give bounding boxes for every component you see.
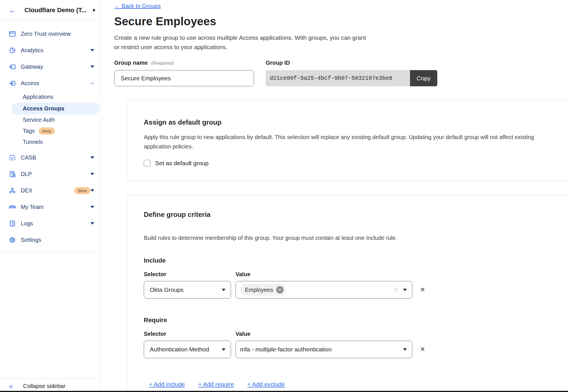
beta-badge: Beta: [74, 187, 90, 194]
logs-icon: [9, 220, 16, 227]
sidebar-item-my-team[interactable]: My Team: [0, 199, 101, 215]
sidebar-item-settings[interactable]: Settings: [0, 232, 101, 248]
sidebar-item-label: Logs: [21, 220, 90, 227]
remove-include-rule-icon[interactable]: ✕: [420, 286, 425, 294]
include-selector-dropdown[interactable]: Okta Groups: [144, 281, 231, 299]
sidebar-item-tags[interactable]: Tags Beta: [0, 125, 101, 137]
sidebar-item-logs[interactable]: Logs: [0, 215, 101, 232]
require-value-label: Value: [236, 331, 250, 337]
chevron-down-icon: [90, 156, 94, 159]
required-hint: (Required): [151, 60, 174, 66]
my-team-icon: [9, 203, 16, 211]
sidebar-item-tunnels[interactable]: Tunnels: [0, 137, 101, 148]
sidebar-item-zero-trust-overview[interactable]: Zero Trust overview: [0, 26, 101, 42]
window-icon: [9, 30, 16, 38]
set-default-group-checkbox-row[interactable]: Set as default group: [144, 160, 558, 167]
add-include-link[interactable]: + Add include: [149, 381, 185, 388]
sidebar-item-label: Tunnels: [23, 139, 43, 145]
gateway-icon: [9, 63, 16, 71]
sidebar-item-label: Gateway: [21, 64, 90, 70]
main-content: ← Back to Groups Secure Employees Create…: [101, 0, 568, 392]
sidebar-item-dex[interactable]: DEX Beta: [0, 182, 101, 199]
page-description: Create a new rule group to use across mu…: [114, 33, 568, 52]
selected-option: Okta Groups: [150, 286, 222, 293]
add-require-link[interactable]: + Add require: [198, 381, 234, 388]
sidebar-item-label: Access Groups: [23, 105, 65, 112]
require-heading: Require: [144, 316, 558, 324]
include-heading: Include: [144, 257, 558, 264]
sidebar-item-applications[interactable]: Applications: [0, 91, 101, 102]
require-rule-row: Authentication Method mfa - multiple-fac…: [144, 341, 558, 358]
back-arrow-icon[interactable]: ←: [9, 6, 16, 14]
chip-remove-icon[interactable]: ✕: [276, 286, 284, 294]
remove-require-rule-icon[interactable]: ✕: [420, 346, 425, 353]
beta-badge: Beta: [39, 127, 55, 135]
chevron-up-icon: [90, 82, 94, 84]
require-value-dropdown[interactable]: mfa - multiple-factor authentication: [236, 341, 412, 358]
account-header[interactable]: ← Cloudflare Demo (T...: [0, 0, 101, 20]
sidebar-nav: Zero Trust overview Analytics Gateway: [0, 20, 101, 252]
sidebar-item-label: Access: [21, 80, 90, 87]
checkbox-label: Set as default group: [155, 160, 209, 167]
chevron-down-icon: [403, 289, 407, 291]
sidebar-item-dlp[interactable]: DLP: [0, 166, 101, 182]
group-criteria-card: Define group criteria Build rules to det…: [127, 195, 568, 392]
sidebar-divider: [0, 252, 101, 252]
require-selector-dropdown[interactable]: Authentication Method: [144, 341, 231, 358]
account-title: Cloudflare Demo (T...: [24, 7, 93, 14]
sidebar-item-label: Applications: [23, 94, 53, 100]
sidebar-item-access-groups[interactable]: Access Groups: [11, 102, 100, 114]
pie-chart-icon: [9, 47, 16, 54]
chevron-down-icon: [403, 348, 407, 351]
checkbox[interactable]: [144, 160, 151, 167]
dlp-lock-doc-icon: [9, 170, 16, 178]
dex-network-icon: [9, 187, 16, 194]
default-group-card-title: Assign as default group: [144, 118, 558, 126]
chevron-down-icon: [90, 206, 94, 208]
add-exclude-link[interactable]: + Add exclude: [247, 381, 285, 388]
page-title: Secure Employees: [114, 15, 568, 28]
chevron-down-icon: [90, 222, 94, 225]
chevron-down-icon: [90, 66, 94, 68]
default-group-card: Assign as default group Apply this rule …: [127, 99, 568, 181]
include-value-label: Value: [236, 271, 250, 278]
selected-option: Authentication Method: [150, 346, 222, 353]
criteria-card-title: Define group criteria: [144, 211, 558, 219]
sidebar-item-label: DEX: [21, 187, 74, 194]
casb-icon: [9, 154, 16, 162]
gear-icon: [9, 236, 16, 244]
sidebar-item-label: Service Auth: [23, 117, 55, 123]
chip-label: Employees: [245, 287, 273, 293]
sidebar-item-label: DLP: [21, 171, 90, 177]
chevron-down-icon: [90, 49, 94, 51]
copy-button[interactable]: Copy: [410, 70, 437, 86]
sidebar-item-label: My Team: [21, 204, 90, 210]
sidebar-item-service-auth[interactable]: Service Auth: [0, 114, 101, 125]
sidebar-item-label: Analytics: [21, 47, 90, 54]
sidebar-item-label: Tags: [23, 128, 35, 134]
sidebar-item-analytics[interactable]: Analytics: [0, 42, 101, 58]
group-id-value: d21ce80f-5a25-4bcf-9b07-5032197e3be8: [266, 70, 410, 86]
access-login-icon: [9, 79, 16, 87]
include-value-multiselect[interactable]: Employees ✕ ✕: [236, 281, 412, 299]
sidebar-item-label: Settings: [21, 237, 94, 243]
sidebar-item-gateway[interactable]: Gateway: [0, 58, 101, 75]
bottom-edge-bar: [0, 391, 568, 392]
chevron-down-icon: [90, 173, 94, 175]
group-name-label: Group name: [114, 60, 148, 66]
sidebar-item-casb[interactable]: CASB: [0, 149, 101, 166]
chevron-down-icon: [222, 348, 226, 351]
chevron-down-icon: [222, 289, 226, 291]
caret-right-icon[interactable]: [93, 9, 95, 12]
back-to-groups-link[interactable]: ← Back to Groups: [114, 3, 161, 9]
back-arrow-icon: ←: [114, 3, 120, 9]
clear-icon[interactable]: ✕: [393, 286, 398, 293]
sidebar-item-label: CASB: [21, 154, 90, 161]
value-chip[interactable]: Employees ✕: [240, 284, 286, 296]
sidebar-item-label: Zero Trust overview: [21, 31, 94, 37]
include-selector-label: Selector: [144, 271, 236, 278]
sidebar-item-access[interactable]: Access: [0, 75, 101, 91]
collapse-sidebar-button[interactable]: « Collapse sidebar: [0, 378, 101, 392]
require-selector-label: Selector: [144, 331, 236, 337]
group-name-input[interactable]: [114, 70, 254, 86]
